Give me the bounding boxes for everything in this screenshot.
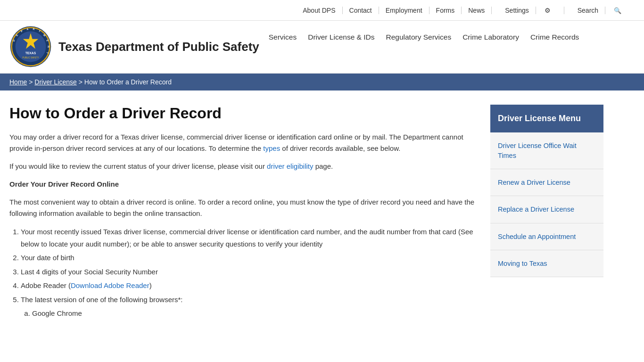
adobe-reader-link[interactable]: Download Adobe Reader xyxy=(71,281,149,289)
org-name: Texas Department of Public Safety xyxy=(58,39,259,55)
main-nav: Services Driver License & IDs Regulatory… xyxy=(269,25,591,53)
sidebar-wait-times-link[interactable]: Driver License Office Wait Times xyxy=(490,132,603,169)
requirements-list: Your most recently issued Texas driver l… xyxy=(21,226,476,320)
list-item-5: The latest version of one of the followi… xyxy=(21,294,476,320)
settings-link[interactable]: Settings xyxy=(492,7,564,14)
sidebar-schedule-link[interactable]: Schedule an Appointment xyxy=(490,223,603,250)
svg-text:N: N xyxy=(47,46,50,48)
list-item-1: Your most recently issued Texas driver l… xyxy=(21,226,476,250)
svg-text:TEXAS: TEXAS xyxy=(25,51,36,55)
nav-driver-license[interactable]: Driver License & IDs xyxy=(308,30,382,53)
order-heading: Order Your Driver Record Online xyxy=(9,179,476,190)
employment-link[interactable]: Employment xyxy=(379,7,429,14)
list-item-4: Adobe Reader (Download Adobe Reader) xyxy=(21,280,476,292)
breadcrumb-driver-license[interactable]: Driver License xyxy=(34,78,76,86)
list-item-3: Last 4 digits of your Social Security Nu… xyxy=(21,266,476,278)
sidebar: Driver License Menu Driver License Offic… xyxy=(490,105,603,321)
sidebar-item-renew[interactable]: Renew a Driver License xyxy=(490,169,603,196)
main-content: How to Order a Driver Record You may ord… xyxy=(9,105,476,321)
sidebar-item-replace[interactable]: Replace a Driver License xyxy=(490,196,603,223)
nav-crime-records[interactable]: Crime Records xyxy=(530,30,586,53)
types-link[interactable]: types xyxy=(263,144,280,152)
driver-eligibility-link[interactable]: driver eligibility xyxy=(267,162,313,170)
sidebar-renew-link[interactable]: Renew a Driver License xyxy=(490,169,603,196)
sidebar-title: Driver License Menu xyxy=(490,105,603,132)
logo-area: D E P A R T M E N T TEXAS PUBLIC SAFETY … xyxy=(9,25,259,73)
browser-sub-list: Google Chrome xyxy=(32,307,476,320)
news-link[interactable]: News xyxy=(462,7,492,14)
nav-crime-lab[interactable]: Crime Laboratory xyxy=(462,30,527,53)
forms-link[interactable]: Forms xyxy=(429,7,462,14)
order-intro: The most convenient way to obtain a driv… xyxy=(9,197,476,219)
content-area: How to Order a Driver Record You may ord… xyxy=(0,90,613,340)
page-title: How to Order a Driver Record xyxy=(9,105,476,122)
sidebar-replace-link[interactable]: Replace a Driver License xyxy=(490,196,603,222)
contact-link[interactable]: Contact xyxy=(343,7,379,14)
nav-services[interactable]: Services xyxy=(269,30,304,53)
intro-paragraph-1: You may order a driver record for a Texa… xyxy=(9,132,476,154)
breadcrumb-sep1: > xyxy=(29,78,34,86)
gear-icon xyxy=(538,7,557,14)
top-bar: About DPS Contact Employment Forms News … xyxy=(0,0,644,21)
breadcrumb-sep2: > xyxy=(79,78,84,86)
breadcrumb-current: How to Order a Driver Record xyxy=(84,78,172,86)
site-header: D E P A R T M E N T TEXAS PUBLIC SAFETY … xyxy=(0,21,644,74)
dps-seal: D E P A R T M E N T TEXAS PUBLIC SAFETY xyxy=(9,25,52,68)
sidebar-item-schedule[interactable]: Schedule an Appointment xyxy=(490,223,603,250)
intro-paragraph-2: If you would like to review the current … xyxy=(9,161,476,172)
about-dps-link[interactable]: About DPS xyxy=(296,7,342,14)
list-item-2: Your date of birth xyxy=(21,252,476,264)
search-link[interactable]: Search xyxy=(564,7,635,14)
browser-item-1: Google Chrome xyxy=(32,307,476,320)
search-icon xyxy=(607,7,628,14)
sidebar-item-wait-times[interactable]: Driver License Office Wait Times xyxy=(490,132,603,169)
sidebar-item-moving[interactable]: Moving to Texas xyxy=(490,250,603,277)
sidebar-moving-link[interactable]: Moving to Texas xyxy=(490,250,603,277)
svg-text:PUBLIC SAFETY: PUBLIC SAFETY xyxy=(22,57,39,59)
breadcrumb-home[interactable]: Home xyxy=(9,78,27,86)
breadcrumb: Home > Driver License > How to Order a D… xyxy=(0,74,644,90)
nav-regulatory[interactable]: Regulatory Services xyxy=(386,30,459,53)
